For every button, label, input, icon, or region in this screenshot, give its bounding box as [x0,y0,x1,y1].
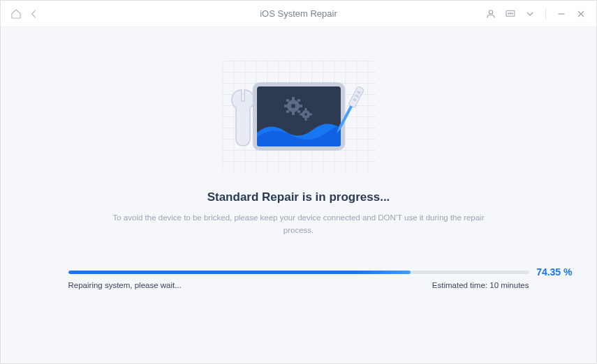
user-icon[interactable] [485,8,496,20]
svg-rect-20 [309,114,312,116]
window-title: iOS System Repair [260,8,337,19]
chevron-down-icon[interactable] [524,8,536,20]
repair-illustration [222,61,376,172]
progress-percent-label: 74.35 % [536,266,572,278]
svg-rect-9 [284,105,288,107]
progress-bar-fill [68,271,411,274]
svg-rect-25 [339,105,352,128]
svg-rect-8 [292,112,295,115]
back-icon[interactable] [29,8,40,20]
svg-point-16 [304,113,307,116]
titlebar: iOS System Repair [1,1,596,27]
svg-rect-17 [304,108,307,111]
svg-point-6 [291,104,295,108]
svg-rect-10 [299,105,302,107]
svg-point-4 [512,13,513,13]
svg-marker-26 [335,126,341,134]
screwdriver-icon [327,82,369,147]
close-button[interactable] [575,8,587,20]
feedback-icon[interactable] [505,8,516,20]
progress-bar [68,271,529,274]
progress-subtext: To avoid the device to be bricked, pleas… [110,211,487,237]
progress-section: 74.35 % Repairing system, please wait...… [68,271,529,289]
home-icon[interactable] [10,8,22,20]
svg-point-0 [489,10,492,13]
app-window: iOS System Repair [0,0,597,364]
svg-point-2 [508,13,509,13]
titlebar-left-controls [10,8,40,20]
titlebar-right-controls [485,8,587,20]
main-content: Standard Repair is in progress... To avo… [1,27,596,363]
svg-point-3 [510,13,510,13]
svg-rect-7 [292,97,295,100]
progress-info-row: Repairing system, please wait... Estimat… [68,281,529,289]
titlebar-divider [545,8,546,20]
progress-status-text: Repairing system, please wait... [68,281,182,289]
svg-rect-19 [300,114,302,116]
progress-heading: Standard Repair is in progress... [207,190,390,204]
estimated-time-label: Estimated time: 10 minutes [432,281,529,289]
minimize-button[interactable] [556,8,567,20]
